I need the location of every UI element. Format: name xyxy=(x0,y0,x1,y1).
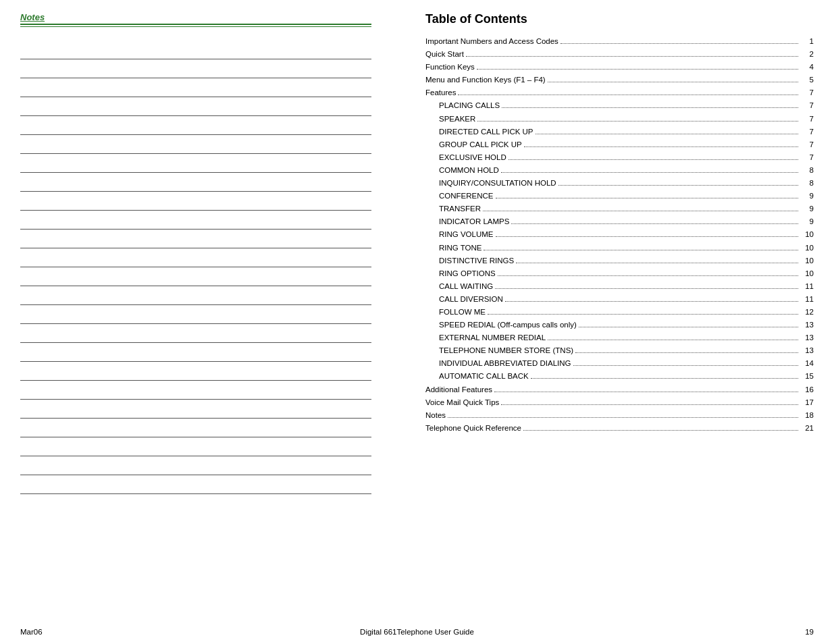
toc-entry-label: Telephone Quick Reference xyxy=(425,423,521,433)
note-line xyxy=(20,41,371,59)
toc-entry-label: Menu and Function Keys (F1 – F4) xyxy=(425,74,546,85)
note-line xyxy=(20,419,371,437)
toc-entries: Important Numbers and Access Codes1Quick… xyxy=(425,36,814,433)
toc-entry-label: Quick Start xyxy=(425,49,464,59)
toc-entry: Notes18 xyxy=(425,410,814,421)
note-line xyxy=(20,305,371,324)
note-line xyxy=(20,343,371,362)
toc-entry-page: 17 xyxy=(800,397,814,408)
toc-dots xyxy=(466,56,798,57)
toc-dots xyxy=(494,392,798,392)
note-line xyxy=(20,230,371,248)
toc-dots xyxy=(548,82,798,82)
toc-entry-page: 11 xyxy=(800,294,814,304)
toc-entry-label: Voice Mail Quick Tips xyxy=(425,397,499,408)
toc-dots xyxy=(458,95,798,95)
notes-header: Notes xyxy=(20,12,371,27)
toc-entry: Features7 xyxy=(425,87,814,98)
note-line xyxy=(20,475,371,494)
note-line xyxy=(20,381,371,400)
toc-entry-page: 4 xyxy=(800,61,814,72)
toc-dots xyxy=(509,159,798,160)
note-line xyxy=(20,400,371,419)
toc-section: Table of Contents Important Numbers and … xyxy=(392,0,834,644)
note-line xyxy=(20,248,371,267)
toc-entry-page: 9 xyxy=(800,190,814,201)
toc-title: Table of Contents xyxy=(425,12,814,26)
toc-entry-page: 7 xyxy=(800,87,814,98)
toc-entry-label: EXCLUSIVE HOLD xyxy=(439,152,506,163)
toc-dots xyxy=(501,172,798,173)
toc-entry-page: 10 xyxy=(800,229,814,240)
note-line xyxy=(20,286,371,305)
toc-entry-page: 7 xyxy=(800,152,814,163)
toc-entry-label: RING VOLUME xyxy=(439,229,494,240)
toc-entry: GROUP CALL PICK UP7 xyxy=(425,139,814,150)
toc-entry: INQUIRY/CONSULTATION HOLD8 xyxy=(425,178,814,188)
toc-dots xyxy=(579,327,798,327)
toc-entry-label: SPEED REDIAL (Off-campus calls only) xyxy=(439,319,577,330)
toc-entry-label: Function Keys xyxy=(425,61,475,72)
toc-entry-label: EXTERNAL NUMBER REDIAL xyxy=(439,332,546,343)
toc-dots xyxy=(548,340,798,340)
toc-entry-page: 13 xyxy=(800,319,814,330)
toc-entry-label: Notes xyxy=(425,410,446,421)
toc-dots xyxy=(511,223,798,224)
note-line xyxy=(20,173,371,192)
toc-entry-label: RING TONE xyxy=(439,242,481,253)
toc-entry: TRANSFER9 xyxy=(425,203,814,214)
toc-entry: Voice Mail Quick Tips17 xyxy=(425,397,814,408)
toc-dots xyxy=(524,146,798,147)
notes-second-line xyxy=(20,26,371,27)
toc-entry-page: 9 xyxy=(800,203,814,214)
toc-entry: Telephone Quick Reference21 xyxy=(425,423,814,433)
toc-entry-label: DISTINCTIVE RINGS xyxy=(439,255,514,266)
note-line xyxy=(20,437,371,456)
toc-entry: SPEAKER7 xyxy=(425,113,814,124)
toc-entry: DIRECTED CALL PICK UP7 xyxy=(425,126,814,137)
note-line xyxy=(20,135,371,154)
note-line xyxy=(20,267,371,286)
toc-entry-page: 7 xyxy=(800,139,814,150)
toc-entry: Menu and Function Keys (F1 – F4)5 xyxy=(425,74,814,85)
toc-entry-page: 7 xyxy=(800,113,814,124)
toc-entry-page: 9 xyxy=(800,216,814,227)
toc-dots xyxy=(523,430,798,431)
toc-entry: DISTINCTIVE RINGS10 xyxy=(425,255,814,266)
toc-entry-label: INDICATOR LAMPS xyxy=(439,216,509,227)
toc-entry-page: 7 xyxy=(800,126,814,137)
toc-entry-label: RING OPTIONS xyxy=(439,268,496,279)
toc-dots xyxy=(502,107,798,108)
toc-entry-page: 7 xyxy=(800,100,814,111)
notes-lines-container xyxy=(20,41,371,494)
toc-entry-page: 8 xyxy=(800,165,814,176)
note-line xyxy=(20,324,371,343)
toc-entry: Function Keys4 xyxy=(425,61,814,72)
toc-entry-page: 10 xyxy=(800,242,814,253)
toc-entry-page: 21 xyxy=(800,423,814,433)
note-line xyxy=(20,154,371,173)
toc-entry-label: FOLLOW ME xyxy=(439,306,486,317)
toc-entry-label: TRANSFER xyxy=(439,203,481,214)
toc-entry: TELEPHONE NUMBER STORE (TNS)13 xyxy=(425,345,814,356)
toc-dots xyxy=(558,185,798,186)
note-line xyxy=(20,211,371,230)
toc-entry-label: CONFERENCE xyxy=(439,190,494,201)
toc-entry-page: 10 xyxy=(800,268,814,279)
toc-entry-page: 10 xyxy=(800,255,814,266)
toc-entry-page: 15 xyxy=(800,371,814,381)
toc-entry: RING VOLUME10 xyxy=(425,229,814,240)
toc-dots xyxy=(484,250,798,250)
toc-entry-label: CALL WAITING xyxy=(439,281,493,292)
toc-entry-page: 1 xyxy=(800,36,814,47)
toc-entry-page: 18 xyxy=(800,410,814,421)
toc-entry-label: INDIVIDUAL ABBREVIATED DIALING xyxy=(439,358,571,369)
toc-entry: RING OPTIONS10 xyxy=(425,268,814,279)
toc-dots xyxy=(501,404,798,405)
footer-page: 19 xyxy=(760,628,814,636)
toc-entry-page: 13 xyxy=(800,332,814,343)
toc-entry: SPEED REDIAL (Off-campus calls only)13 xyxy=(425,319,814,330)
note-line xyxy=(20,78,371,97)
toc-dots xyxy=(516,263,798,263)
toc-entry-label: AUTOMATIC CALL BACK xyxy=(439,371,529,381)
